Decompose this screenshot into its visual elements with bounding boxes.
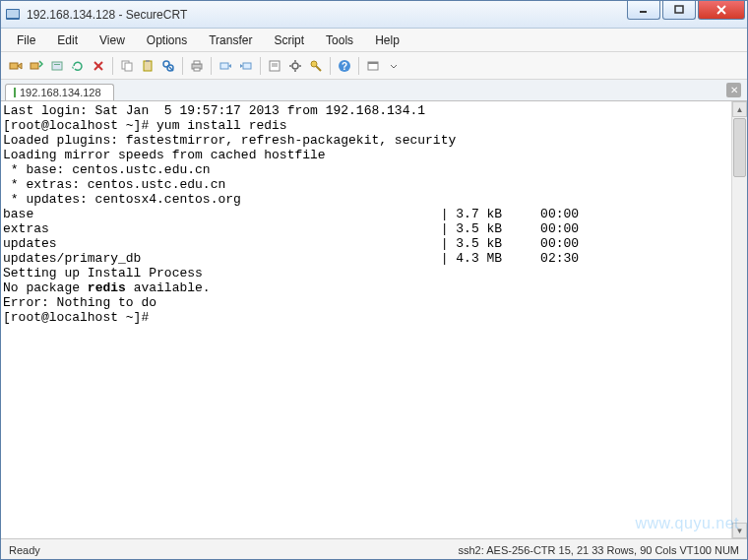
close-button[interactable] bbox=[698, 0, 745, 20]
properties-icon[interactable] bbox=[266, 57, 283, 75]
term-line: available. bbox=[126, 280, 211, 295]
menu-help[interactable]: Help bbox=[365, 31, 409, 50]
svg-text:?: ? bbox=[342, 61, 347, 72]
term-line: base | 3.7 kB 00:00 bbox=[3, 207, 579, 221]
settings-icon[interactable] bbox=[286, 57, 304, 75]
svg-line-33 bbox=[316, 66, 321, 71]
reconnect-icon[interactable] bbox=[69, 57, 87, 75]
svg-rect-1 bbox=[7, 10, 19, 18]
maximize-button[interactable] bbox=[662, 0, 696, 20]
toggle-icon[interactable] bbox=[364, 57, 382, 75]
term-line: updates/primary_db | 4.3 MB 02:30 bbox=[3, 251, 579, 266]
term-line: [root@localhost ~]# yum install redis bbox=[3, 118, 287, 133]
copy-icon[interactable] bbox=[118, 57, 136, 75]
disconnect-icon[interactable] bbox=[90, 57, 107, 75]
separator bbox=[330, 57, 331, 75]
svg-rect-23 bbox=[243, 63, 251, 69]
terminal[interactable]: Last login: Sat Jan 5 19:57:17 2013 from… bbox=[1, 101, 747, 538]
minimize-button[interactable] bbox=[627, 0, 660, 20]
help-icon[interactable]: ? bbox=[336, 57, 353, 75]
term-line: Setting up Install Process bbox=[3, 266, 203, 280]
separator bbox=[358, 57, 359, 75]
svg-rect-6 bbox=[10, 63, 18, 69]
separator bbox=[211, 57, 212, 75]
menu-file[interactable]: File bbox=[7, 31, 45, 50]
term-line: Error: Nothing to do bbox=[3, 295, 156, 310]
paste-icon[interactable] bbox=[139, 57, 156, 75]
term-line: Loaded plugins: fastestmirror, refresh-p… bbox=[3, 133, 456, 148]
menu-tools[interactable]: Tools bbox=[316, 31, 363, 50]
separator bbox=[182, 57, 183, 75]
svg-rect-3 bbox=[675, 6, 683, 13]
term-line: [root@localhost ~]# bbox=[3, 310, 149, 325]
tab-label: 192.168.134.128 bbox=[20, 87, 101, 98]
svg-rect-22 bbox=[220, 63, 228, 69]
app-icon bbox=[5, 7, 21, 23]
term-bold: redis bbox=[88, 280, 126, 295]
term-line: updates | 3.5 kB 00:00 bbox=[3, 236, 579, 251]
scrollbar[interactable]: ▲ ▼ bbox=[731, 101, 747, 538]
term-line: * base: centos.ustc.edu.cn bbox=[3, 162, 211, 177]
status-ready: Ready bbox=[9, 544, 458, 556]
term-line: Loading mirror speeds from cached hostfi… bbox=[3, 148, 326, 162]
send-icon[interactable] bbox=[217, 57, 234, 75]
titlebar: 192.168.134.128 - SecureCRT bbox=[1, 1, 747, 29]
quick-connect-icon[interactable] bbox=[28, 57, 45, 75]
svg-rect-37 bbox=[368, 62, 378, 64]
term-line: No package bbox=[3, 280, 88, 295]
find-icon[interactable] bbox=[159, 57, 177, 75]
svg-rect-9 bbox=[54, 64, 60, 65]
scroll-up-icon[interactable]: ▲ bbox=[732, 101, 747, 117]
separator bbox=[112, 57, 113, 75]
menubar: File Edit View Options Transfer Script T… bbox=[1, 29, 747, 52]
svg-rect-7 bbox=[31, 63, 38, 69]
session-tab[interactable]: 192.168.134.128 bbox=[5, 84, 114, 100]
svg-rect-15 bbox=[146, 60, 150, 62]
tab-close-icon[interactable]: ✕ bbox=[726, 83, 741, 97]
separator bbox=[260, 57, 261, 75]
svg-rect-14 bbox=[144, 61, 152, 71]
menu-view[interactable]: View bbox=[90, 31, 135, 50]
statusbar: Ready ssh2: AES-256-CTR 15, 21 33 Rows, … bbox=[1, 538, 747, 560]
dropdown-icon[interactable] bbox=[385, 57, 403, 75]
scroll-thumb[interactable] bbox=[733, 118, 746, 177]
term-line: * extras: centos.ustc.edu.cn bbox=[3, 177, 225, 192]
key-icon[interactable] bbox=[307, 57, 325, 75]
term-line: * updates: centosx4.centos.org bbox=[3, 192, 241, 207]
svg-point-27 bbox=[292, 63, 298, 69]
tabbar: 192.168.134.128 ✕ bbox=[1, 80, 747, 101]
svg-rect-8 bbox=[52, 62, 62, 70]
menu-script[interactable]: Script bbox=[264, 31, 314, 50]
menu-edit[interactable]: Edit bbox=[47, 31, 88, 50]
svg-rect-13 bbox=[125, 63, 132, 71]
menu-options[interactable]: Options bbox=[137, 31, 197, 50]
term-line: extras | 3.5 kB 00:00 bbox=[3, 221, 579, 236]
status-connection: ssh2: AES-256-CTR 15, 21 33 Rows, 90 Col… bbox=[458, 544, 739, 556]
window-controls bbox=[627, 0, 745, 20]
term-line: Last login: Sat Jan 5 19:57:17 2013 from… bbox=[3, 103, 425, 118]
toolbar: ? bbox=[1, 52, 747, 80]
menu-transfer[interactable]: Transfer bbox=[199, 31, 262, 50]
print-icon[interactable] bbox=[188, 57, 206, 75]
connect-icon[interactable] bbox=[7, 57, 25, 75]
svg-rect-21 bbox=[194, 68, 200, 71]
connect-sftp-icon[interactable] bbox=[48, 57, 66, 75]
receive-icon[interactable] bbox=[237, 57, 255, 75]
terminal-area: Last login: Sat Jan 5 19:57:17 2013 from… bbox=[1, 101, 747, 538]
svg-rect-20 bbox=[194, 61, 200, 64]
scroll-down-icon[interactable]: ▼ bbox=[732, 523, 747, 538]
